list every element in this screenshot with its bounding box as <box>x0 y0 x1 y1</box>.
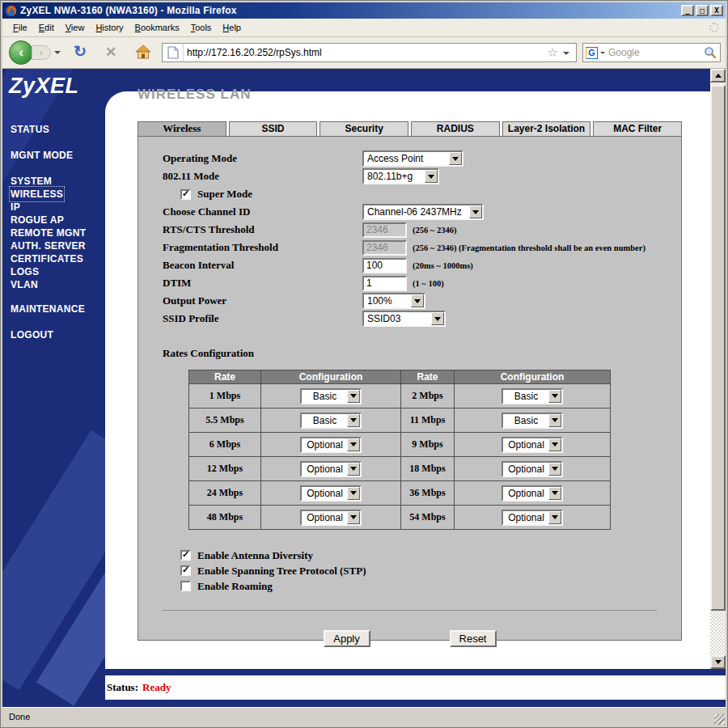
sidebar-item-mgnt-mode[interactable]: MGNT MODE <box>11 149 73 162</box>
sidebar-item-vlan[interactable]: VLAN <box>11 278 38 291</box>
tab-wireless[interactable]: Wireless <box>138 121 226 136</box>
ssid-profile-select[interactable]: SSID03 <box>362 311 446 327</box>
tab-security[interactable]: Security <box>320 121 408 136</box>
sidebar-item-certificates[interactable]: CERTIFICATES <box>11 252 83 265</box>
rate-12mbps-select[interactable]: Optional <box>300 461 362 477</box>
back-button[interactable]: ‹ <box>9 40 33 65</box>
menu-bookmarks[interactable]: Bookmarks <box>129 20 185 35</box>
home-icon[interactable] <box>134 43 152 61</box>
menu-edit[interactable]: Edit <box>33 20 60 35</box>
beacon-interval-input[interactable] <box>362 258 407 273</box>
bookmark-star-icon[interactable]: ☆ <box>548 45 558 60</box>
throbber-icon <box>709 23 719 32</box>
reload-icon[interactable]: ↻ <box>74 42 87 61</box>
dropdown-arrow-icon[interactable] <box>548 390 561 403</box>
dropdown-arrow-icon[interactable] <box>449 152 462 165</box>
stp-checkbox[interactable] <box>180 565 191 576</box>
title-bar[interactable]: ZyXEL NWA-3160 (NWA3160) - Mozilla Firef… <box>2 2 726 19</box>
rate-1mbps-select[interactable]: Basic <box>300 388 362 404</box>
dropdown-arrow-icon[interactable] <box>548 438 561 451</box>
dropdown-arrow-icon[interactable] <box>548 487 561 500</box>
dropdown-arrow-icon[interactable] <box>548 463 561 476</box>
dropdown-arrow-icon[interactable] <box>548 414 561 427</box>
super-mode-label: Super Mode <box>197 188 252 201</box>
super-mode-checkbox[interactable] <box>180 189 191 200</box>
search-magnifier-icon[interactable] <box>704 46 717 59</box>
sidebar-item-logs[interactable]: LOGS <box>11 265 39 278</box>
browser-status-text: Done <box>2 712 30 722</box>
close-button[interactable]: X <box>710 5 723 16</box>
sidebar-item-auth-server[interactable]: AUTH. SERVER <box>11 239 86 252</box>
rate-11mbps-select[interactable]: Basic <box>502 413 563 429</box>
tab-mac-filter[interactable]: MAC Filter <box>593 121 682 136</box>
url-input[interactable] <box>184 44 548 61</box>
table-row: 5.5 Mbps Basic 11 Mbps Basic <box>189 408 611 433</box>
roaming-checkbox[interactable] <box>180 581 191 591</box>
sidebar-item-logout[interactable]: LOGOUT <box>11 328 53 341</box>
rate-54mbps-select[interactable]: Optional <box>502 510 563 526</box>
sidebar-item-rogue-ap[interactable]: ROGUE AP <box>11 214 64 226</box>
scrollbar-thumb[interactable] <box>710 85 726 611</box>
dropdown-arrow-icon[interactable] <box>411 294 424 307</box>
sidebar-item-ip[interactable]: IP <box>11 201 20 214</box>
table-row: 24 Mbps Optional 36 Mbps Optional <box>189 481 611 506</box>
dropdown-arrow-icon[interactable] <box>347 487 360 500</box>
reset-button[interactable]: Reset <box>450 630 497 647</box>
menu-help[interactable]: Help <box>217 20 247 35</box>
tab-ssid[interactable]: SSID <box>229 121 318 136</box>
output-power-select[interactable]: 100% <box>362 293 425 309</box>
operating-mode-select[interactable]: Access Point <box>362 150 463 167</box>
dropdown-arrow-icon[interactable] <box>431 312 444 325</box>
channel-id-select[interactable]: Channel-06 2437MHz <box>362 204 484 220</box>
form-row: Fragmentation Threshold (256 ~ 2346) (Fr… <box>163 239 681 256</box>
minimize-button[interactable]: _ <box>681 5 694 16</box>
dropdown-arrow-icon[interactable] <box>469 205 482 218</box>
rate-18mbps-select[interactable]: Optional <box>502 461 563 477</box>
sidebar-item-status[interactable]: STATUS <box>11 123 49 136</box>
dtim-hint: (1 ~ 100) <box>413 279 444 288</box>
rate-48mbps-select[interactable]: Optional <box>300 510 362 526</box>
rate-6mbps-select[interactable]: Optional <box>300 437 362 453</box>
menu-tools[interactable]: Tools <box>185 20 218 35</box>
dropdown-arrow-icon[interactable] <box>347 463 360 476</box>
sidebar-item-wireless[interactable]: WIRELESS <box>11 188 63 201</box>
dtim-input[interactable] <box>362 276 407 291</box>
rates-configuration-label: Rates Configuration <box>163 347 681 360</box>
dropdown-arrow-icon[interactable] <box>347 511 360 524</box>
google-engine-icon[interactable]: G <box>586 47 598 59</box>
rate-5.5mbps-select[interactable]: Basic <box>300 413 362 429</box>
dropdown-arrow-icon[interactable] <box>425 170 438 183</box>
dropdown-arrow-icon[interactable] <box>347 414 360 427</box>
url-bar: ☆ <box>162 43 577 62</box>
rate-36mbps-select[interactable]: Optional <box>502 485 563 502</box>
rate-9mbps-select[interactable]: Optional <box>502 437 563 453</box>
rate-24mbps-select[interactable]: Optional <box>300 485 362 502</box>
rate-2mbps-select[interactable]: Basic <box>502 388 563 404</box>
tab-radius[interactable]: RADIUS <box>411 121 500 136</box>
menu-history[interactable]: History <box>90 20 129 35</box>
scroll-down-icon[interactable] <box>710 655 726 669</box>
vertical-scrollbar[interactable] <box>710 69 726 669</box>
url-dropdown-icon[interactable] <box>563 52 569 58</box>
scroll-up-icon[interactable] <box>710 69 726 83</box>
apply-button[interactable]: Apply <box>324 630 370 647</box>
menu-view[interactable]: View <box>60 20 91 35</box>
forward-button[interactable]: › <box>32 45 51 60</box>
tab-layer2-isolation[interactable]: Layer-2 Isolation <box>502 121 591 136</box>
dropdown-arrow-icon[interactable] <box>347 438 360 451</box>
80211-mode-select[interactable]: 802.11b+g <box>362 168 439 184</box>
maximize-button[interactable]: □ <box>696 5 709 16</box>
dropdown-arrow-icon[interactable] <box>347 390 360 403</box>
stop-icon[interactable]: ✕ <box>105 44 116 61</box>
form-row: Enable Roaming <box>180 578 681 594</box>
history-dropdown-icon[interactable] <box>54 51 61 57</box>
menu-file[interactable]: File <box>7 20 33 35</box>
sidebar-item-system[interactable]: SYSTEM <box>11 175 52 188</box>
resize-grip[interactable] <box>714 714 725 725</box>
search-input[interactable] <box>608 47 704 58</box>
sidebar-item-maintenance[interactable]: MAINTENANCE <box>11 303 85 315</box>
dropdown-arrow-icon[interactable] <box>548 511 561 524</box>
sidebar-item-remote-mgnt[interactable]: REMOTE MGNT <box>11 226 86 239</box>
search-engine-dropdown-icon[interactable] <box>600 52 605 57</box>
antenna-diversity-checkbox[interactable] <box>180 550 191 561</box>
